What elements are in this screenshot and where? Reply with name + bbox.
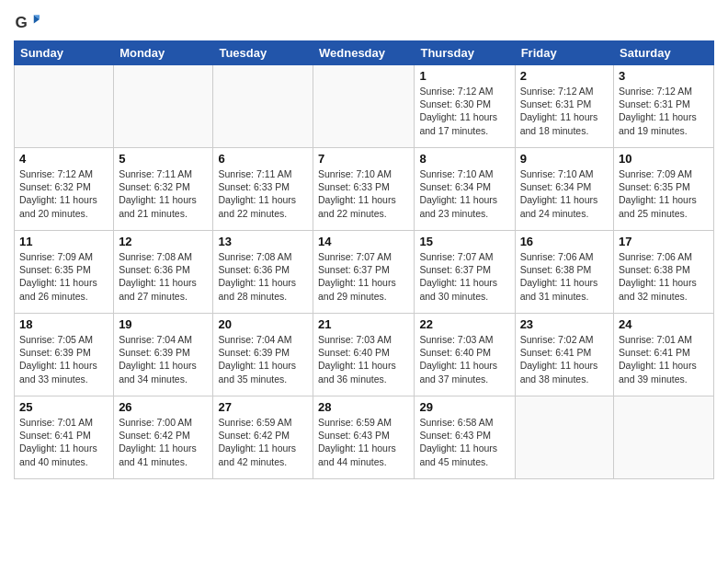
calendar-cell (313, 65, 415, 148)
day-number: 1 (419, 69, 509, 83)
day-info: Sunrise: 7:04 AM Sunset: 6:39 PM Dayligh… (218, 333, 308, 385)
day-number: 23 (520, 317, 609, 331)
day-number: 22 (419, 317, 509, 331)
calendar-cell: 7Sunrise: 7:10 AM Sunset: 6:33 PM Daylig… (313, 148, 415, 231)
calendar-cell: 28Sunrise: 6:59 AM Sunset: 6:43 PM Dayli… (313, 396, 415, 479)
day-info: Sunrise: 6:58 AM Sunset: 6:43 PM Dayligh… (419, 416, 509, 468)
calendar-cell: 3Sunrise: 7:12 AM Sunset: 6:31 PM Daylig… (614, 65, 714, 148)
calendar-header-friday: Friday (515, 41, 613, 65)
day-info: Sunrise: 7:06 AM Sunset: 6:38 PM Dayligh… (520, 250, 609, 303)
day-info: Sunrise: 7:01 AM Sunset: 6:41 PM Dayligh… (619, 333, 709, 385)
page-header: G (14, 9, 714, 35)
calendar-cell: 20Sunrise: 7:04 AM Sunset: 6:39 PM Dayli… (213, 314, 313, 396)
day-info: Sunrise: 7:00 AM Sunset: 6:42 PM Dayligh… (119, 416, 208, 468)
calendar-cell (614, 396, 714, 479)
calendar-cell (515, 396, 613, 479)
day-info: Sunrise: 7:06 AM Sunset: 6:38 PM Dayligh… (619, 250, 709, 303)
day-number: 9 (520, 152, 609, 166)
day-info: Sunrise: 7:12 AM Sunset: 6:31 PM Dayligh… (619, 85, 709, 137)
day-number: 17 (619, 235, 709, 248)
calendar-cell: 6Sunrise: 7:11 AM Sunset: 6:33 PM Daylig… (213, 148, 313, 231)
day-info: Sunrise: 7:08 AM Sunset: 6:36 PM Dayligh… (218, 250, 308, 303)
day-info: Sunrise: 7:09 AM Sunset: 6:35 PM Dayligh… (619, 167, 709, 220)
calendar-cell: 29Sunrise: 6:58 AM Sunset: 6:43 PM Dayli… (415, 396, 515, 479)
day-number: 16 (520, 235, 609, 248)
day-number: 19 (119, 317, 208, 331)
day-info: Sunrise: 7:01 AM Sunset: 6:41 PM Dayligh… (19, 416, 108, 468)
day-number: 26 (119, 400, 208, 414)
day-number: 5 (119, 152, 208, 166)
calendar-cell: 26Sunrise: 7:00 AM Sunset: 6:42 PM Dayli… (114, 396, 213, 479)
day-number: 8 (419, 152, 509, 166)
calendar-header-tuesday: Tuesday (213, 41, 313, 65)
calendar-cell (114, 65, 213, 148)
day-number: 25 (19, 400, 108, 414)
day-number: 28 (318, 400, 409, 414)
calendar-cell: 13Sunrise: 7:08 AM Sunset: 6:36 PM Dayli… (213, 231, 313, 314)
calendar-cell: 2Sunrise: 7:12 AM Sunset: 6:31 PM Daylig… (515, 65, 613, 148)
week-row-1: 1Sunrise: 7:12 AM Sunset: 6:30 PM Daylig… (15, 65, 714, 148)
day-info: Sunrise: 7:03 AM Sunset: 6:40 PM Dayligh… (318, 333, 409, 385)
calendar-cell: 11Sunrise: 7:09 AM Sunset: 6:35 PM Dayli… (15, 231, 114, 314)
day-info: Sunrise: 7:04 AM Sunset: 6:39 PM Dayligh… (119, 333, 208, 385)
day-number: 13 (218, 235, 308, 248)
day-info: Sunrise: 6:59 AM Sunset: 6:42 PM Dayligh… (218, 416, 308, 468)
calendar-cell (15, 65, 114, 148)
day-info: Sunrise: 7:09 AM Sunset: 6:35 PM Dayligh… (19, 250, 108, 303)
day-info: Sunrise: 7:10 AM Sunset: 6:34 PM Dayligh… (419, 167, 509, 220)
calendar-cell: 19Sunrise: 7:04 AM Sunset: 6:39 PM Dayli… (114, 314, 213, 396)
logo-icon: G (14, 9, 40, 35)
calendar-cell: 1Sunrise: 7:12 AM Sunset: 6:30 PM Daylig… (415, 65, 515, 148)
calendar-cell: 24Sunrise: 7:01 AM Sunset: 6:41 PM Dayli… (614, 314, 714, 396)
calendar-cell: 16Sunrise: 7:06 AM Sunset: 6:38 PM Dayli… (515, 231, 613, 314)
day-info: Sunrise: 7:08 AM Sunset: 6:36 PM Dayligh… (119, 250, 208, 303)
day-number: 18 (19, 317, 108, 331)
day-info: Sunrise: 7:12 AM Sunset: 6:30 PM Dayligh… (419, 85, 509, 137)
calendar-header-wednesday: Wednesday (313, 41, 415, 65)
calendar-cell: 23Sunrise: 7:02 AM Sunset: 6:41 PM Dayli… (515, 314, 613, 396)
calendar-cell: 21Sunrise: 7:03 AM Sunset: 6:40 PM Dayli… (313, 314, 415, 396)
day-number: 7 (318, 152, 409, 166)
day-number: 4 (19, 152, 108, 166)
week-row-2: 4Sunrise: 7:12 AM Sunset: 6:32 PM Daylig… (15, 148, 714, 231)
day-info: Sunrise: 7:12 AM Sunset: 6:32 PM Dayligh… (19, 167, 108, 220)
calendar-cell: 18Sunrise: 7:05 AM Sunset: 6:39 PM Dayli… (15, 314, 114, 396)
day-number: 29 (419, 400, 509, 414)
day-info: Sunrise: 7:07 AM Sunset: 6:37 PM Dayligh… (318, 250, 409, 303)
day-info: Sunrise: 6:59 AM Sunset: 6:43 PM Dayligh… (318, 416, 409, 468)
week-row-5: 25Sunrise: 7:01 AM Sunset: 6:41 PM Dayli… (15, 396, 714, 479)
calendar-cell: 10Sunrise: 7:09 AM Sunset: 6:35 PM Dayli… (614, 148, 714, 231)
day-info: Sunrise: 7:11 AM Sunset: 6:33 PM Dayligh… (218, 167, 308, 220)
calendar-cell: 22Sunrise: 7:03 AM Sunset: 6:40 PM Dayli… (415, 314, 515, 396)
calendar-cell: 12Sunrise: 7:08 AM Sunset: 6:36 PM Dayli… (114, 231, 213, 314)
week-row-4: 18Sunrise: 7:05 AM Sunset: 6:39 PM Dayli… (15, 314, 714, 396)
day-number: 14 (318, 235, 409, 248)
day-info: Sunrise: 7:07 AM Sunset: 6:37 PM Dayligh… (419, 250, 509, 303)
day-number: 15 (419, 235, 509, 248)
calendar-cell (213, 65, 313, 148)
calendar-header-row: SundayMondayTuesdayWednesdayThursdayFrid… (15, 41, 714, 65)
day-number: 21 (318, 317, 409, 331)
calendar-cell: 14Sunrise: 7:07 AM Sunset: 6:37 PM Dayli… (313, 231, 415, 314)
day-number: 11 (19, 235, 108, 248)
day-number: 2 (520, 69, 609, 83)
day-info: Sunrise: 7:03 AM Sunset: 6:40 PM Dayligh… (419, 333, 509, 385)
calendar-header-thursday: Thursday (415, 41, 515, 65)
calendar-header-sunday: Sunday (15, 41, 114, 65)
calendar-cell: 4Sunrise: 7:12 AM Sunset: 6:32 PM Daylig… (15, 148, 114, 231)
day-info: Sunrise: 7:05 AM Sunset: 6:39 PM Dayligh… (19, 333, 108, 385)
day-number: 27 (218, 400, 308, 414)
day-number: 10 (619, 152, 709, 166)
calendar-cell: 17Sunrise: 7:06 AM Sunset: 6:38 PM Dayli… (614, 231, 714, 314)
day-info: Sunrise: 7:10 AM Sunset: 6:33 PM Dayligh… (318, 167, 409, 220)
calendar-cell: 9Sunrise: 7:10 AM Sunset: 6:34 PM Daylig… (515, 148, 613, 231)
calendar-cell: 27Sunrise: 6:59 AM Sunset: 6:42 PM Dayli… (213, 396, 313, 479)
day-number: 20 (218, 317, 308, 331)
calendar-table: SundayMondayTuesdayWednesdayThursdayFrid… (14, 40, 714, 479)
day-info: Sunrise: 7:11 AM Sunset: 6:32 PM Dayligh… (119, 167, 208, 220)
week-row-3: 11Sunrise: 7:09 AM Sunset: 6:35 PM Dayli… (15, 231, 714, 314)
day-number: 3 (619, 69, 709, 83)
svg-text:G: G (16, 14, 28, 31)
day-number: 6 (218, 152, 308, 166)
day-number: 12 (119, 235, 208, 248)
